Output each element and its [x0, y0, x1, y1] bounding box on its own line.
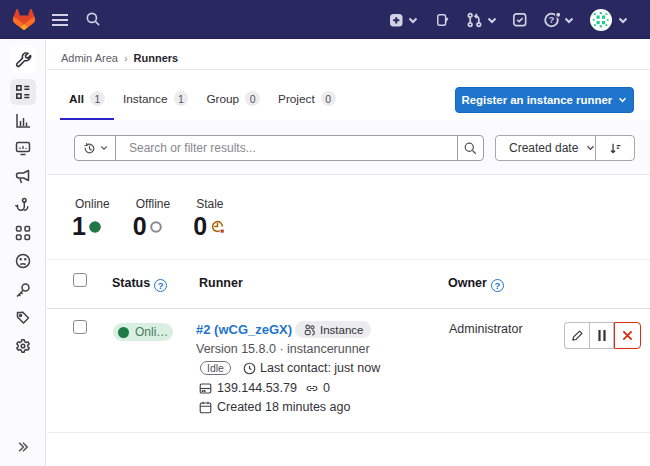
svg-text:?: ? — [549, 15, 555, 25]
